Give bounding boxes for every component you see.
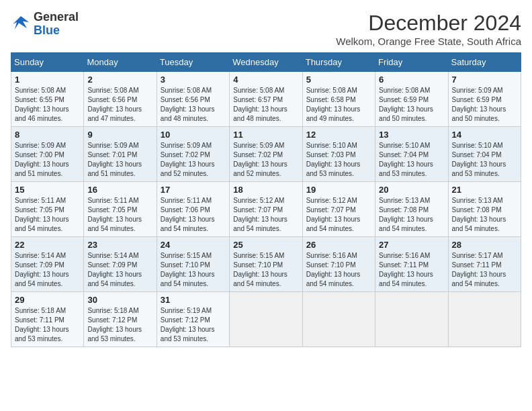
calendar-cell: 7Sunrise: 5:09 AMSunset: 6:59 PMDaylight… — [448, 72, 521, 127]
day-info: Sunrise: 5:08 AMSunset: 6:56 PMDaylight:… — [87, 86, 152, 124]
day-number: 3 — [161, 75, 226, 85]
calendar-title: December 2024 — [336, 11, 521, 36]
calendar-cell: 18Sunrise: 5:12 AMSunset: 7:07 PMDayligh… — [230, 182, 302, 237]
day-number: 22 — [15, 240, 80, 250]
calendar-subtitle: Welkom, Orange Free State, South Africa — [336, 36, 521, 47]
day-number: 14 — [452, 130, 517, 140]
day-info: Sunrise: 5:08 AMSunset: 6:58 PMDaylight:… — [306, 86, 371, 124]
day-number: 27 — [379, 240, 444, 250]
calendar-week-row: 8Sunrise: 5:09 AMSunset: 7:00 PMDaylight… — [11, 127, 521, 182]
logo-line1: General — [34, 10, 79, 24]
day-number: 19 — [306, 185, 371, 195]
page-header: General Blue December 2024 Welkom, Orang… — [11, 11, 521, 47]
day-info: Sunrise: 5:18 AMSunset: 7:11 PMDaylight:… — [15, 306, 80, 344]
day-number: 18 — [233, 185, 298, 195]
calendar-cell: 28Sunrise: 5:17 AMSunset: 7:11 PMDayligh… — [448, 237, 521, 292]
header-saturday: Saturday — [448, 53, 521, 72]
day-info: Sunrise: 5:13 AMSunset: 7:08 PMDaylight:… — [452, 196, 517, 234]
day-info: Sunrise: 5:08 AMSunset: 6:55 PMDaylight:… — [15, 86, 80, 124]
calendar-header: Sunday Monday Tuesday Wednesday Thursday… — [11, 53, 521, 72]
day-number: 17 — [161, 185, 226, 195]
day-info: Sunrise: 5:14 AMSunset: 7:09 PMDaylight:… — [15, 251, 80, 289]
calendar-cell: 3Sunrise: 5:08 AMSunset: 6:56 PMDaylight… — [157, 72, 229, 127]
header-friday: Friday — [375, 53, 448, 72]
day-number: 10 — [161, 130, 226, 140]
calendar-cell: 12Sunrise: 5:10 AMSunset: 7:03 PMDayligh… — [302, 127, 375, 182]
day-number: 30 — [87, 295, 152, 305]
day-number: 1 — [15, 75, 80, 85]
calendar-cell: 2Sunrise: 5:08 AMSunset: 6:56 PMDaylight… — [84, 72, 157, 127]
day-number: 21 — [452, 185, 517, 195]
day-number: 6 — [379, 75, 444, 85]
day-number: 31 — [161, 295, 226, 305]
calendar-cell: 14Sunrise: 5:10 AMSunset: 7:04 PMDayligh… — [448, 127, 521, 182]
day-info: Sunrise: 5:09 AMSunset: 7:01 PMDaylight:… — [87, 141, 152, 179]
calendar-cell — [375, 292, 448, 347]
calendar-cell: 8Sunrise: 5:09 AMSunset: 7:00 PMDaylight… — [11, 127, 84, 182]
header-thursday: Thursday — [302, 53, 375, 72]
day-number: 2 — [87, 75, 152, 85]
calendar-cell: 22Sunrise: 5:14 AMSunset: 7:09 PMDayligh… — [11, 237, 84, 292]
day-info: Sunrise: 5:09 AMSunset: 6:59 PMDaylight:… — [452, 86, 517, 124]
day-info: Sunrise: 5:08 AMSunset: 6:59 PMDaylight:… — [379, 86, 444, 124]
day-info: Sunrise: 5:08 AMSunset: 6:57 PMDaylight:… — [233, 86, 298, 124]
logo-text: General Blue — [34, 11, 79, 38]
calendar-cell: 17Sunrise: 5:11 AMSunset: 7:06 PMDayligh… — [157, 182, 229, 237]
calendar-body: 1Sunrise: 5:08 AMSunset: 6:55 PMDaylight… — [11, 72, 521, 347]
day-number: 29 — [15, 295, 80, 305]
day-number: 28 — [452, 240, 517, 250]
day-info: Sunrise: 5:10 AMSunset: 7:04 PMDaylight:… — [379, 141, 444, 179]
calendar-cell: 1Sunrise: 5:08 AMSunset: 6:55 PMDaylight… — [11, 72, 84, 127]
day-info: Sunrise: 5:10 AMSunset: 7:04 PMDaylight:… — [452, 141, 517, 179]
day-number: 26 — [306, 240, 371, 250]
day-info: Sunrise: 5:19 AMSunset: 7:12 PMDaylight:… — [161, 306, 226, 344]
day-number: 13 — [379, 130, 444, 140]
calendar-week-row: 1Sunrise: 5:08 AMSunset: 6:55 PMDaylight… — [11, 72, 521, 127]
title-section: December 2024 Welkom, Orange Free State,… — [336, 11, 521, 47]
day-number: 23 — [87, 240, 152, 250]
day-info: Sunrise: 5:15 AMSunset: 7:10 PMDaylight:… — [233, 251, 298, 289]
calendar-cell: 10Sunrise: 5:09 AMSunset: 7:02 PMDayligh… — [157, 127, 229, 182]
calendar-cell: 27Sunrise: 5:16 AMSunset: 7:11 PMDayligh… — [375, 237, 448, 292]
day-number: 4 — [233, 75, 298, 85]
calendar-table: Sunday Monday Tuesday Wednesday Thursday… — [11, 52, 521, 347]
calendar-cell — [302, 292, 375, 347]
day-info: Sunrise: 5:09 AMSunset: 7:02 PMDaylight:… — [161, 141, 226, 179]
day-info: Sunrise: 5:12 AMSunset: 7:07 PMDaylight:… — [233, 196, 298, 234]
day-info: Sunrise: 5:08 AMSunset: 6:56 PMDaylight:… — [161, 86, 226, 124]
day-number: 7 — [452, 75, 517, 85]
day-info: Sunrise: 5:09 AMSunset: 7:00 PMDaylight:… — [15, 141, 80, 179]
day-number: 9 — [87, 130, 152, 140]
day-info: Sunrise: 5:18 AMSunset: 7:12 PMDaylight:… — [87, 306, 152, 344]
header-tuesday: Tuesday — [157, 53, 229, 72]
day-number: 11 — [233, 130, 298, 140]
weekday-header-row: Sunday Monday Tuesday Wednesday Thursday… — [11, 53, 521, 72]
calendar-cell: 16Sunrise: 5:11 AMSunset: 7:05 PMDayligh… — [84, 182, 157, 237]
day-info: Sunrise: 5:16 AMSunset: 7:10 PMDaylight:… — [306, 251, 371, 289]
calendar-cell: 24Sunrise: 5:15 AMSunset: 7:10 PMDayligh… — [157, 237, 229, 292]
day-number: 20 — [379, 185, 444, 195]
day-info: Sunrise: 5:16 AMSunset: 7:11 PMDaylight:… — [379, 251, 444, 289]
day-info: Sunrise: 5:11 AMSunset: 7:05 PMDaylight:… — [87, 196, 152, 234]
calendar-cell: 23Sunrise: 5:14 AMSunset: 7:09 PMDayligh… — [84, 237, 157, 292]
calendar-week-row: 29Sunrise: 5:18 AMSunset: 7:11 PMDayligh… — [11, 292, 521, 347]
calendar-cell: 30Sunrise: 5:18 AMSunset: 7:12 PMDayligh… — [84, 292, 157, 347]
header-sunday: Sunday — [11, 53, 84, 72]
day-info: Sunrise: 5:11 AMSunset: 7:06 PMDaylight:… — [161, 196, 226, 234]
calendar-cell: 25Sunrise: 5:15 AMSunset: 7:10 PMDayligh… — [230, 237, 302, 292]
day-number: 8 — [15, 130, 80, 140]
day-info: Sunrise: 5:10 AMSunset: 7:03 PMDaylight:… — [306, 141, 371, 179]
day-info: Sunrise: 5:17 AMSunset: 7:11 PMDaylight:… — [452, 251, 517, 289]
day-info: Sunrise: 5:09 AMSunset: 7:02 PMDaylight:… — [233, 141, 298, 179]
calendar-week-row: 22Sunrise: 5:14 AMSunset: 7:09 PMDayligh… — [11, 237, 521, 292]
day-info: Sunrise: 5:13 AMSunset: 7:08 PMDaylight:… — [379, 196, 444, 234]
day-number: 5 — [306, 75, 371, 85]
day-info: Sunrise: 5:15 AMSunset: 7:10 PMDaylight:… — [161, 251, 226, 289]
calendar-cell: 9Sunrise: 5:09 AMSunset: 7:01 PMDaylight… — [84, 127, 157, 182]
day-number: 15 — [15, 185, 80, 195]
logo-line2: Blue — [34, 24, 60, 37]
svg-marker-0 — [13, 16, 29, 30]
day-info: Sunrise: 5:12 AMSunset: 7:07 PMDaylight:… — [306, 196, 371, 234]
logo-wordmark: General Blue — [34, 11, 79, 38]
header-wednesday: Wednesday — [230, 53, 302, 72]
